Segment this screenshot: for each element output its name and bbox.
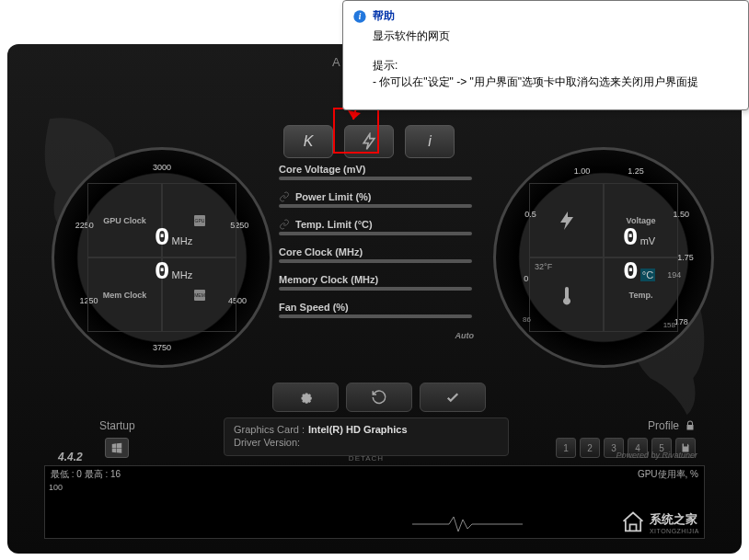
- driver-label: Driver Version:: [234, 437, 300, 448]
- svg-marker-7: [348, 110, 361, 120]
- tick: 3750: [153, 343, 171, 352]
- tick: 3000: [153, 163, 171, 172]
- tick: 1.00: [574, 166, 591, 176]
- temp-label: Temp.: [629, 291, 653, 300]
- startup-windows-button[interactable]: [105, 438, 129, 458]
- tick: 1.25: [628, 166, 644, 176]
- sliders-panel: Core Voltage (mV) Power Limit (%) Temp. …: [279, 164, 472, 329]
- gear-icon: [297, 389, 314, 406]
- monitoring-graph[interactable]: 最低 : 0 最高 : 16 GPU使用率, % 100: [44, 465, 705, 539]
- house-icon: [620, 509, 646, 535]
- heartbeat-decoration: [412, 515, 523, 533]
- tooltip-hint-label: 提示:: [373, 57, 739, 74]
- temp-value: 0: [623, 257, 639, 286]
- voltage-temp-gauge: 0 0.5 1.00 1.25 1.50 1.75 178 Voltage 86…: [493, 147, 714, 368]
- tab-info-button[interactable]: i: [405, 125, 455, 158]
- core-clock-slider[interactable]: Core Clock (MHz): [279, 246, 472, 263]
- apply-button[interactable]: [420, 383, 486, 412]
- tooltip-title-text: 帮助: [373, 8, 395, 24]
- mem-clock-label-quad: Mem Clock: [87, 257, 162, 332]
- slider-label: Power Limit (%): [295, 191, 372, 202]
- tooltip-hint-text: - 你可以在"设定" -> "用户界面"选项卡中取消勾选来关闭用户界面提: [373, 74, 739, 90]
- fan-auto-label[interactable]: Auto: [455, 331, 475, 340]
- gpu-clock-unit: MHz: [172, 235, 193, 246]
- slider-label: Temp. Limit (°C): [295, 219, 373, 230]
- profile-label: Profile: [648, 419, 679, 432]
- mem-clock-label: Mem Clock: [103, 291, 147, 300]
- slider-label: Memory Clock (MHz): [279, 274, 378, 285]
- temp-unit: °C: [640, 269, 655, 281]
- temp-extra: 194: [667, 270, 681, 280]
- detach-button[interactable]: DETACH: [349, 454, 384, 463]
- gpu-clock-label-quad: GPU Clock: [87, 183, 162, 257]
- graph-y-max: 100: [49, 483, 63, 492]
- info-panel: Graphics Card :Intel(R) HD Graphics Driv…: [224, 417, 509, 456]
- voltage-unit: mV: [640, 235, 656, 246]
- gpu-clock-value: 0: [155, 223, 170, 252]
- card-label: Graphics Card :: [234, 424, 305, 435]
- temp-readout: 0°C: [623, 257, 655, 286]
- link-icon: [279, 219, 290, 230]
- lock-icon[interactable]: [685, 420, 696, 431]
- mem-clock-readout: 0MHz: [155, 257, 192, 286]
- tab-k-button[interactable]: K: [283, 125, 333, 158]
- undo-icon: [371, 389, 387, 406]
- voltage-readout: 0mV: [623, 223, 655, 252]
- tooltip-desc: 显示软件的网页: [373, 28, 739, 44]
- voltage-value: 0: [623, 223, 639, 252]
- lightning-quad: [529, 183, 604, 257]
- gpu-clock-label: GPU Clock: [103, 216, 146, 225]
- memory-chip-icon: MEM: [189, 284, 211, 306]
- core-voltage-slider[interactable]: Core Voltage (mV): [279, 164, 472, 180]
- startup-label: Startup: [99, 419, 135, 432]
- version-text: 4.4.2: [58, 451, 83, 463]
- help-tooltip: i 帮助 显示软件的网页 提示: - 你可以在"设定" -> "用户界面"选项卡…: [342, 0, 749, 110]
- svg-text:i: i: [359, 12, 362, 21]
- graph-minmax: 最低 : 0 最高 : 16: [51, 468, 121, 481]
- action-buttons: [272, 383, 486, 412]
- link-icon: [279, 191, 290, 202]
- memory-clock-slider[interactable]: Memory Clock (MHz): [279, 274, 472, 291]
- profile-1-button[interactable]: 1: [556, 438, 576, 458]
- reset-button[interactable]: [346, 383, 412, 412]
- svg-text:MEM: MEM: [194, 292, 205, 298]
- temp-fahrenheit: 32°F: [535, 262, 552, 271]
- power-limit-slider[interactable]: Power Limit (%): [279, 191, 472, 208]
- graph-metric-label: GPU使用率, %: [638, 468, 698, 481]
- gpu-clock-readout: 0MHz: [155, 223, 192, 252]
- slider-label: Core Clock (MHz): [279, 246, 363, 257]
- settings-button[interactable]: [272, 383, 339, 412]
- profile-2-button[interactable]: 2: [580, 438, 600, 458]
- windows-icon: [110, 441, 123, 454]
- fan-rpm: 86: [523, 315, 531, 324]
- tick: 0: [524, 274, 528, 283]
- svg-text:GPU: GPU: [194, 218, 204, 223]
- card-value: Intel(R) HD Graphics: [308, 424, 408, 435]
- mem-clock-value: 0: [155, 257, 170, 286]
- slider-label: Fan Speed (%): [279, 302, 349, 313]
- watermark: 系统之家 XITONGZHIJIA: [620, 509, 699, 535]
- temp-sub: 158: [663, 321, 675, 329]
- startup-section: Startup: [99, 419, 135, 458]
- tick: 1.75: [677, 253, 694, 262]
- clock-gauge: 1250 2250 3000 3750 4500 5250 GPU Clock …: [52, 147, 272, 368]
- powered-by-text: Powered by Rivatuner: [616, 451, 697, 460]
- slider-label: Core Voltage (mV): [279, 164, 366, 175]
- mem-clock-unit: MHz: [172, 269, 193, 280]
- temp-limit-slider[interactable]: Temp. Limit (°C): [279, 219, 472, 235]
- lightning-icon: [556, 210, 578, 232]
- thermometer-icon: [556, 284, 578, 306]
- check-icon: [444, 389, 461, 406]
- info-icon: i: [352, 9, 367, 24]
- fan-speed-slider[interactable]: Fan Speed (%) Auto: [279, 302, 472, 318]
